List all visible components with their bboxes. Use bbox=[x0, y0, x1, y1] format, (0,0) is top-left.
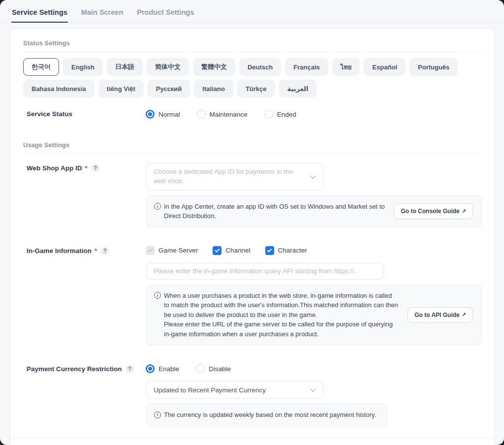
required-asterisk: * bbox=[94, 247, 97, 254]
service-status-label: Service Status bbox=[27, 110, 72, 118]
language-chip-traditional-chinese[interactable]: 繁體中文 bbox=[193, 58, 235, 76]
currency-info-text: The currency is updated weekly based on … bbox=[164, 410, 376, 420]
card-footer: Save bbox=[10, 438, 494, 445]
info-icon: i bbox=[154, 412, 161, 418]
language-chip-english[interactable]: English bbox=[63, 58, 103, 76]
language-chip-french[interactable]: Français bbox=[285, 58, 328, 76]
in-game-information-row: In-Game Information * ? Game Server Chan… bbox=[23, 246, 481, 346]
in-game-api-input[interactable]: Please enter the in-game information que… bbox=[146, 263, 384, 280]
web-shop-app-id-select[interactable]: Choose a dedicated App ID for payments i… bbox=[146, 163, 323, 191]
service-status-radio-group: Normal Maintenance Ended bbox=[146, 109, 481, 119]
external-link-icon: ↗ bbox=[462, 312, 466, 318]
tab-main-screen[interactable]: Main Screen bbox=[81, 1, 124, 22]
checkbox-checked-icon bbox=[213, 246, 221, 255]
checkbox-checked-icon bbox=[265, 246, 274, 255]
settings-card: Status Settings 한국어 English 日本語 简体中文 繁體中… bbox=[10, 28, 495, 445]
required-asterisk: * bbox=[85, 164, 88, 172]
radio-selected-icon bbox=[146, 364, 155, 373]
language-chip-thai[interactable]: ไทย bbox=[332, 58, 360, 76]
in-game-checkbox-group: Game Server Channel Character bbox=[146, 246, 481, 255]
help-icon[interactable]: ? bbox=[126, 365, 134, 373]
chevron-down-icon bbox=[310, 173, 315, 179]
in-game-info-text: When a user purchases a product in the w… bbox=[164, 291, 399, 339]
radio-ended[interactable]: Ended bbox=[264, 110, 296, 119]
radio-selected-icon bbox=[146, 110, 155, 119]
language-chip-japanese[interactable]: 日本語 bbox=[107, 58, 143, 76]
section-heading-status: Status Settings bbox=[23, 36, 481, 52]
radio-enable[interactable]: Enable bbox=[146, 364, 179, 373]
external-link-icon: ↗ bbox=[462, 208, 466, 215]
radio-maintenance[interactable]: Maintenance bbox=[197, 110, 248, 119]
language-chip-spanish[interactable]: Español bbox=[364, 58, 406, 76]
checkbox-game-server: Game Server bbox=[146, 246, 198, 255]
web-shop-app-id-label: Web Shop App ID bbox=[27, 164, 82, 172]
payment-currency-radio-group: Enable Disable bbox=[146, 364, 481, 373]
in-game-information-label: In-Game Information bbox=[27, 247, 92, 254]
language-chip-arabic[interactable]: العربية bbox=[279, 80, 317, 97]
radio-normal[interactable]: Normal bbox=[146, 110, 180, 119]
info-icon: i bbox=[154, 292, 161, 299]
help-icon[interactable]: ? bbox=[92, 164, 99, 172]
radio-unselected-icon bbox=[196, 364, 205, 373]
go-to-api-guide-button[interactable]: Go to API Guide ↗ bbox=[408, 307, 473, 323]
select-value: Updated to Recent Payment Currency bbox=[154, 386, 266, 394]
select-placeholder: Choose a dedicated App ID for payments i… bbox=[154, 167, 305, 186]
go-to-console-guide-button[interactable]: Go to Console Guide ↗ bbox=[394, 203, 473, 219]
payment-currency-select[interactable]: Updated to Recent Payment Currency bbox=[146, 381, 323, 399]
language-chip-italian[interactable]: Italiano bbox=[194, 80, 233, 97]
currency-info-box: i The currency is updated weekly based o… bbox=[146, 404, 387, 426]
language-chip-german[interactable]: Deutsch bbox=[239, 58, 281, 76]
tab-service-settings[interactable]: Service Settings bbox=[11, 1, 68, 22]
settings-window: Service Settings Main Screen Product Set… bbox=[0, 0, 504, 445]
checkbox-checked-disabled-icon bbox=[146, 246, 155, 255]
language-chip-portuguese[interactable]: Português bbox=[410, 58, 458, 76]
tab-product-settings[interactable]: Product Settings bbox=[136, 1, 194, 22]
checkbox-channel[interactable]: Channel bbox=[213, 246, 250, 255]
app-id-info-text: In the App Center, create an app ID with… bbox=[164, 202, 385, 221]
in-game-info-box: i When a user purchases a product in the… bbox=[146, 285, 481, 346]
service-status-row: Service Status Normal Maintenance bbox=[23, 109, 481, 119]
language-chip-turkish[interactable]: Türkçe bbox=[237, 80, 275, 97]
chevron-down-icon bbox=[310, 386, 315, 392]
tab-bar: Service Settings Main Screen Product Set… bbox=[0, 0, 504, 23]
language-chip-russian[interactable]: Русский bbox=[148, 80, 190, 97]
language-selector: 한국어 English 日本語 简体中文 繁體中文 Deutsch França… bbox=[23, 58, 461, 97]
app-id-info-box: i In the App Center, create an app ID wi… bbox=[146, 195, 481, 227]
input-placeholder: Please enter the in-game information que… bbox=[154, 267, 355, 275]
language-chip-simplified-chinese[interactable]: 简体中文 bbox=[147, 58, 189, 76]
help-icon[interactable]: ? bbox=[101, 247, 109, 255]
web-shop-app-id-row: Web Shop App ID * ? Choose a dedicated A… bbox=[23, 163, 481, 227]
section-heading-usage: Usage Settings bbox=[23, 138, 481, 154]
language-chip-indonesian[interactable]: Bahasa Indonesia bbox=[23, 80, 94, 97]
checkbox-character[interactable]: Character bbox=[265, 246, 307, 255]
language-chip-vietnamese[interactable]: tiếng Việt bbox=[98, 80, 144, 97]
radio-unselected-icon bbox=[264, 110, 273, 119]
language-chip-korean[interactable]: 한국어 bbox=[23, 58, 59, 76]
radio-disable[interactable]: Disable bbox=[196, 364, 231, 373]
radio-unselected-icon bbox=[197, 110, 206, 119]
info-icon: i bbox=[154, 203, 161, 210]
payment-currency-restriction-label: Payment Currency Restriction bbox=[27, 365, 122, 373]
payment-currency-restriction-row: Payment Currency Restriction ? Enable Di… bbox=[23, 364, 481, 426]
